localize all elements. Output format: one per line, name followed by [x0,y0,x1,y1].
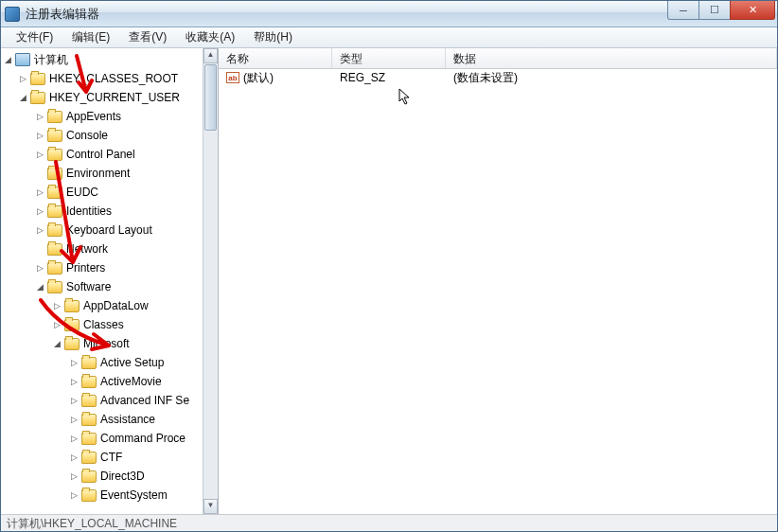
tree-scrollbar[interactable]: ▲ ▼ [203,48,218,514]
tree-label: EUDC [66,186,98,199]
expander-icon[interactable]: ▷ [35,131,45,141]
maximize-button[interactable]: ☐ [698,1,731,20]
tree-label: Classes [83,318,124,331]
folder-icon [81,470,97,483]
expander-icon[interactable]: ▷ [69,490,80,501]
expander-icon[interactable]: ▷ [69,415,80,425]
tree-label: EventSystem [100,488,168,502]
col-header-name[interactable]: 名称 [219,48,332,68]
expander-icon[interactable]: ▷ [35,263,45,274]
tree-label: Assistance [100,413,155,426]
tree-root-computer[interactable]: ◢ 计算机 [1,50,203,69]
expander-icon[interactable]: ▷ [69,358,80,368]
tree-label: Software [66,280,111,293]
expander-icon[interactable]: ▷ [69,396,80,406]
expander-icon[interactable]: ▷ [52,320,62,330]
close-button[interactable]: ✕ [730,1,775,20]
menu-view[interactable]: 查看(V) [119,27,176,47]
expander-icon[interactable]: ▷ [35,225,45,236]
folder-icon [81,376,97,388]
expander-icon[interactable] [35,244,45,255]
expander-icon[interactable]: ▷ [35,206,45,217]
list-body: ab (默认) REG_SZ (数值未设置) [219,69,777,86]
folder-icon [81,452,97,464]
folder-icon [30,92,45,104]
expander-icon[interactable]: ▷ [35,112,45,122]
folder-icon [81,489,97,502]
tree-eudc[interactable]: ▷ EUDC [1,183,203,202]
menu-edit[interactable]: 编辑(E) [62,27,119,47]
tree-classes[interactable]: ▷ Classes [1,315,203,334]
tree-label: HKEY_CLASSES_ROOT [49,72,178,85]
statusbar: 计算机\HKEY_LOCAL_MACHINE [1,514,777,531]
tree-appevents[interactable]: ▷ AppEvents [1,107,203,126]
expander-icon[interactable]: ◢ [35,282,45,293]
folder-icon [47,111,62,123]
expander-icon[interactable]: ▷ [18,74,28,84]
tree-label: Console [66,129,108,142]
expander-icon[interactable]: ▷ [35,150,45,160]
menu-file[interactable]: 文件(F) [7,27,62,47]
expander-icon[interactable]: ▷ [69,452,80,463]
value-data: (数值未设置) [446,69,777,87]
tree-label: Command Proce [100,432,186,445]
tree-label: ActiveMovie [100,375,162,388]
tree-identities[interactable]: ▷ Identities [1,202,203,221]
tree-hkcr[interactable]: ▷ HKEY_CLASSES_ROOT [1,69,203,88]
tree-label: HKEY_CURRENT_USER [49,91,180,104]
scroll-down-button[interactable]: ▼ [203,499,218,514]
tree-label: Printers [66,261,105,275]
tree-controlpanel[interactable]: ▷ Control Panel [1,145,203,164]
registry-tree[interactable]: ◢ 计算机 ▷ HKEY_CLASSES_ROOT ◢ HKEY_CURRENT… [1,48,203,506]
expander-icon[interactable]: ▷ [52,301,62,311]
tree-ctf[interactable]: ▷ CTF [1,448,203,467]
list-row[interactable]: ab (默认) REG_SZ (数值未设置) [219,69,777,86]
folder-icon [47,149,62,161]
folder-icon [81,414,97,426]
menu-help[interactable]: 帮助(H) [244,27,302,47]
tree-label: Active Setup [100,356,164,369]
tree-printers[interactable]: ▷ Printers [1,258,203,277]
tree-advinf[interactable]: ▷ Advanced INF Se [1,391,203,410]
expander-icon[interactable] [35,168,45,179]
expander-icon[interactable]: ▷ [69,377,80,387]
tree-assistance[interactable]: ▷ Assistance [1,410,203,429]
tree-software[interactable]: ◢ Software [1,277,203,296]
tree-label: Network [66,242,108,256]
minimize-button[interactable]: ─ [667,1,699,20]
tree-appdatalow[interactable]: ▷ AppDataLow [1,296,203,315]
tree-label: AppEvents [66,110,121,123]
tree-network[interactable]: Network [1,239,203,258]
expander-icon[interactable]: ◢ [3,55,13,65]
tree-activesetup[interactable]: ▷ Active Setup [1,353,203,372]
scroll-up-button[interactable]: ▲ [203,48,218,63]
expander-icon[interactable]: ▷ [69,471,80,482]
col-header-type[interactable]: 类型 [332,48,446,68]
titlebar: 注册表编辑器 ─ ☐ ✕ [1,1,777,27]
tree-environment[interactable]: Environment [1,164,203,183]
col-header-data[interactable]: 数据 [446,48,777,68]
tree-activemovie[interactable]: ▷ ActiveMovie [1,372,203,391]
window-buttons: ─ ☐ ✕ [668,1,775,20]
tree-direct3d[interactable]: ▷ Direct3D [1,467,203,486]
folder-icon [47,205,62,218]
tree-label: Keyboard Layout [66,223,152,237]
folder-icon [81,395,97,407]
tree-microsoft[interactable]: ◢ Microsoft [1,334,203,353]
folder-icon [47,281,62,293]
value-list-pane: 名称 类型 数据 ab (默认) REG_SZ (数值未设置) [219,48,777,514]
tree-console[interactable]: ▷ Console [1,126,203,145]
folder-icon [64,338,80,350]
tree-keyboard[interactable]: ▷ Keyboard Layout [1,221,203,239]
expander-icon[interactable]: ▷ [35,187,45,198]
expander-icon[interactable]: ◢ [18,93,28,103]
expander-icon[interactable]: ▷ [69,434,80,444]
tree-label: Control Panel [66,148,135,161]
tree-label: Identities [66,204,112,218]
expander-icon[interactable]: ◢ [52,339,62,349]
scroll-thumb[interactable] [204,64,217,131]
tree-hkcu[interactable]: ◢ HKEY_CURRENT_USER [1,88,203,107]
menu-favorites[interactable]: 收藏夹(A) [176,27,244,47]
tree-cmdproc[interactable]: ▷ Command Proce [1,429,203,448]
tree-eventsystem[interactable]: ▷ EventSystem [1,486,203,505]
